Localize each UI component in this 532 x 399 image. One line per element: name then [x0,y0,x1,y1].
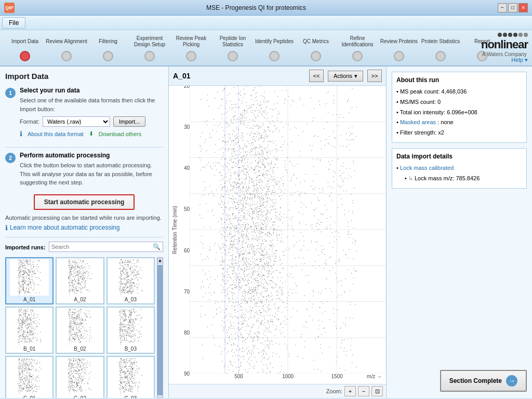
workflow-step-label-2: Filtering [99,34,117,49]
download-others-link[interactable]: Download others [99,131,142,137]
run-canvas-B_02 [60,309,99,345]
zoom-in-button[interactable]: + [344,386,356,396]
workflow-step-6[interactable]: Identify Peptides [254,34,295,61]
workflow-step-label-3: Experiment Design Setup [129,34,170,49]
file-menu[interactable]: File [2,17,25,29]
run-thumb-C_03[interactable]: C_03 [107,356,155,398]
msms-count: MS/MS count: 0 [396,97,522,108]
workflow-step-circle-5 [228,51,238,61]
run-thumb-C_02[interactable]: C_02 [56,356,104,398]
data-import-list: Lock mass calibrated ↳ Lock mass m/z: 78… [396,163,522,184]
workflow-step-2[interactable]: Filtering [87,34,129,61]
run-thumb-B_01[interactable]: B_01 [5,307,54,354]
restore-button[interactable]: □ [508,3,517,12]
dot5 [518,33,523,37]
step2-desc: Click the button below to start automati… [20,161,163,187]
run-thumb-img-B_01 [10,309,49,345]
zoom-fit-button[interactable]: ⊡ [371,386,383,396]
start-automatic-processing-button[interactable]: Start automatic processing [34,194,135,210]
run-thumb-A_03[interactable]: A_03 [107,257,155,304]
run-thumb-img-A_03 [111,259,150,296]
run-thumb-A_01[interactable]: A_01 [5,257,54,304]
nav-prev-button[interactable]: << [309,70,324,82]
workflow-step-9[interactable]: Review Proteins [378,34,420,61]
help-button[interactable]: Help ▾ [511,57,528,63]
run-thumb-B_03[interactable]: B_03 [107,307,155,354]
dropdown-arrow-icon: ▾ [354,73,357,79]
minimize-button[interactable]: − [498,3,507,12]
panel-title: Import Data [5,72,163,81]
scrollbar-thumb[interactable] [157,265,163,395]
masked-areas-link[interactable]: Masked areas [400,119,436,125]
zoom-out-button[interactable]: − [358,386,369,396]
workflow-step-7[interactable]: QC Metrics [295,34,337,61]
y-axis-label: Retention Time (min) [172,206,178,254]
workflow-step-circle-2 [103,51,113,61]
masked-areas: Masked areas : none [396,117,522,128]
run-label-C_03: C_03 [124,395,137,398]
step1-header: 1 Select your run data Select one of the… [5,87,163,142]
run-thumb-A_02[interactable]: A_02 [56,257,104,304]
workflow-step-label-7: QC Metrics [303,34,329,49]
workflow-step-3[interactable]: Experiment Design Setup [129,34,170,61]
workflow-step-5[interactable]: Peptide Ion Statistics [212,34,254,61]
data-import-box: Data import details Lock mass calibrated… [392,148,527,189]
step2-header: 2 Perform automatic processing Click the… [5,152,163,190]
run-label-C_02: C_02 [74,395,86,398]
lock-mass-link[interactable]: Lock mass calibrated [400,165,454,171]
run-canvas-A_01 [10,259,49,296]
import-button[interactable]: Import... [113,116,145,127]
workflow-step-label-10: Protein Statistics [421,34,460,49]
run-label-A_03: A_03 [125,297,137,302]
step1-content: Select your run data Select one of the a… [20,87,163,142]
nonlinear-logo: nonlinear A Waters Company [481,33,528,57]
runs-scrollbar: ▲ ▼ [157,257,163,398]
workflow-step-circle-9 [394,51,404,61]
workflow-step-0[interactable]: Import Data [4,34,46,61]
dot2 [503,33,507,37]
run-thumb-img-B_03 [111,309,150,345]
zoom-bar: Zoom: + − ⊡ [169,384,386,398]
start-btn-wrapper: Start automatic processing [5,194,163,210]
nonlinear-dots [481,33,528,37]
run-thumb-img-C_03 [111,358,150,394]
workflow-steps: Import DataReview AlignmentFilteringExpe… [4,34,528,61]
download-icon: ⬇ [89,130,94,137]
workflow-step-label-6: Identify Peptides [255,34,294,49]
format-row: Format: Waters (.raw) Import... [20,116,163,127]
workflow-step-circle-8 [352,51,363,61]
section-complete-button[interactable]: Section Complete → [440,370,527,392]
run-label-C_01: C_01 [23,395,36,398]
total-ion: Total ion intensity: 6.096e+008 [396,108,522,118]
run-thumb-B_02[interactable]: B_02 [56,307,104,354]
run-thumb-C_01[interactable]: C_01 [5,356,54,398]
workflow-step-circle-7 [311,51,321,61]
workflow-step-1[interactable]: Review Alignment [46,34,87,61]
workflow-step-circle-10 [435,51,446,61]
run-thumb-img-C_02 [60,358,99,394]
nav-next-button[interactable]: >> [367,70,382,82]
about-run-list: MS peak count: 4,468,036 MS/MS count: 0 … [396,87,522,138]
learn-more-link[interactable]: Learn more about automatic processing [10,224,119,231]
main-content: Import Data 1 Select your run data Selec… [0,66,532,398]
workflow-step-circle-4 [186,51,196,61]
about-run-title: About this run [396,76,522,84]
run-canvas-A_03 [111,259,150,296]
workflow-step-label-5: Peptide Ion Statistics [212,34,254,49]
scroll-down-button[interactable]: ▼ [157,396,163,398]
search-box: 🔍 [49,242,163,252]
lock-mass-value-item: ↳ Lock mass m/z: 785.8426 [396,174,522,184]
scroll-up-button[interactable]: ▲ [157,258,163,264]
step2-heading: Perform automatic processing [20,152,163,159]
close-button[interactable]: ✕ [518,3,528,12]
search-input[interactable] [51,244,153,250]
workflow-step-label-0: Import Data [11,34,38,49]
workflow-step-4[interactable]: Review Peak Picking [170,34,212,61]
workflow-step-10[interactable]: Protein Statistics [420,34,461,61]
lock-mass-sub-icon: ↳ [408,175,415,181]
about-format-link[interactable]: About this data format [28,131,84,137]
workflow-step-8[interactable]: Refine Identifications [337,34,378,61]
format-select[interactable]: Waters (.raw) [43,116,110,127]
actions-button[interactable]: Actions ▾ [328,71,363,82]
y-tick-20: 20 [184,86,190,89]
